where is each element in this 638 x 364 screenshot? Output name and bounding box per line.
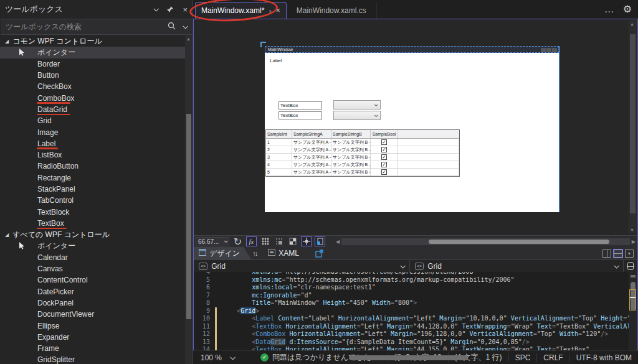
toolbox-item-ポインター[interactable]: ポインター — [0, 240, 185, 251]
effects-fx-icon[interactable]: fx — [246, 236, 257, 246]
datagrid-header-cell[interactable]: SampleStringA — [292, 130, 331, 138]
editor-hscrollbar-thumb[interactable] — [349, 355, 467, 360]
collapse-pane-icon[interactable]: ▼ — [625, 250, 634, 258]
checkbox-icon[interactable]: ✓ — [381, 154, 387, 160]
datagrid-header-cell[interactable]: SampleBool — [371, 130, 398, 138]
toolbox-scrollbar[interactable]: ▲ — [185, 35, 193, 364]
scroll-right-icon[interactable]: ▶ — [632, 239, 636, 245]
toolbox-item-ellipse[interactable]: Ellipse — [0, 320, 185, 331]
scroll-down-icon[interactable]: ▼ — [630, 228, 634, 232]
datagrid-row[interactable]: 2サンプル文字列 A - 2サンプル文字列 B - 2✓ — [266, 146, 459, 154]
datagrid-header-cell[interactable]: SampleInt — [266, 130, 292, 138]
horizontal-split-icon[interactable] — [614, 250, 622, 258]
editor-zoom-select[interactable]: 100 % — [193, 353, 242, 362]
code-line-11[interactable]: 11 <TextBox HorizontalAlignment="Left" M… — [194, 323, 629, 331]
toolbox-item-label[interactable]: Label — [0, 138, 185, 149]
designed-window-titlebar[interactable]: MainWindow — [265, 46, 559, 53]
gear-icon[interactable]: ⚙ — [623, 3, 632, 15]
status-line-ending[interactable]: CRLF — [536, 353, 569, 362]
toolbox-scrollbar-thumb[interactable] — [186, 114, 191, 319]
toolbox-item-dockpanel[interactable]: DockPanel — [0, 297, 185, 309]
scroll-up-icon[interactable]: ▲ — [630, 22, 634, 26]
search-icon[interactable] — [168, 22, 176, 32]
toolbox-item-expander[interactable]: Expander — [0, 332, 185, 343]
disable-project-code-icon[interactable] — [315, 236, 325, 246]
show-grid-icon[interactable] — [260, 236, 270, 246]
design-surface[interactable]: MainWindow Label TextBox TextBox SampleI… — [194, 19, 637, 235]
toolbox-group-header[interactable]: ◢コモン WPF コントロール — [0, 35, 185, 47]
code-line-14[interactable]: 14 <TextBox HorizontalAlignment="Left" M… — [194, 346, 629, 350]
checkbox-icon[interactable]: ✓ — [381, 169, 387, 175]
expander-icon[interactable]: ◢ — [5, 232, 9, 238]
snap-gridlines-icon[interactable] — [287, 236, 298, 246]
datagrid-header-cell[interactable]: SampleStringB — [331, 130, 371, 138]
design-vertical-scrollbar[interactable]: ▲ ▼ — [629, 21, 637, 233]
overflow-menu-icon[interactable]: … — [604, 4, 614, 15]
design-combobox-1[interactable] — [333, 100, 381, 110]
popout-pane-icon[interactable] — [315, 250, 323, 258]
chevron-down-icon[interactable] — [183, 25, 187, 29]
toolbox-group-header[interactable]: ◢すべての WPF コントロール — [0, 229, 185, 240]
design-horizontal-scrollbar[interactable] — [341, 238, 630, 245]
refresh-icon[interactable]: ↻ — [232, 236, 243, 246]
snap-grid-icon[interactable] — [274, 236, 284, 246]
expander-icon[interactable]: ◢ — [5, 39, 9, 44]
toolbox-item-combobox[interactable]: ComboBox — [0, 92, 185, 103]
scroll-left-icon[interactable]: ◀ — [336, 239, 340, 245]
checkbox-icon[interactable]: ✓ — [381, 162, 387, 167]
design-textbox-2[interactable]: TextBox — [279, 111, 322, 119]
checkbox-icon[interactable]: ✓ — [381, 139, 387, 145]
xaml-editor[interactable]: 4 xmlns:d="http://schemas.microsoft.com/… — [194, 272, 637, 350]
checkbox-icon[interactable]: ✓ — [381, 147, 387, 152]
design-label[interactable]: Label — [270, 58, 282, 63]
breadcrumb-left-combo[interactable]: <> Grid — [194, 260, 410, 272]
toolbox-item-textbox[interactable]: TextBox — [0, 218, 185, 229]
design-scrollbar-thumb[interactable] — [630, 34, 636, 213]
scroll-up-icon[interactable]: ▲ — [186, 37, 191, 41]
design-datagrid[interactable]: SampleIntSampleStringASampleStringBSampl… — [265, 129, 460, 177]
code-line-12[interactable]: 12 <ComboBox HorizontalAlignment="Left" … — [194, 330, 629, 338]
designer-zoom-select[interactable]: 66.67... — [196, 237, 229, 246]
close-icon[interactable]: × — [183, 5, 188, 14]
toolbox-item-border[interactable]: Border — [0, 58, 185, 70]
code-line-9[interactable]: 9 <Grid> — [194, 307, 629, 315]
toolbox-item-tabcontrol[interactable]: TabControl — [0, 195, 185, 206]
toolbox-item-image[interactable]: Image — [0, 126, 185, 138]
toolbox-item-canvas[interactable]: Canvas — [0, 263, 185, 274]
toolbox-item-frame[interactable]: Frame — [0, 343, 185, 354]
tab-design-view[interactable]: デザイン — [194, 247, 251, 259]
breadcrumb-right-combo[interactable]: <> Grid — [410, 260, 624, 272]
code-line-5[interactable]: 5 xmlns:mc="http://schemas.openxmlformat… — [194, 276, 629, 284]
toolbox-item-gridsplitter[interactable]: GridSplitter — [0, 354, 185, 364]
toolbox-item-stackpanel[interactable]: StackPanel — [0, 184, 185, 195]
chevron-right-icon[interactable]: › — [269, 6, 271, 16]
tab-mainwindow-xaml[interactable]: MainWindow.xaml* › × — [195, 2, 287, 19]
datagrid-row[interactable]: 5サンプル文字列 A - 5サンプル文字列 B - 5✓ — [266, 169, 459, 176]
code-line-7[interactable]: 7 mc:Ignorable="d" — [194, 292, 629, 300]
toolbox-item-textblock[interactable]: TextBlock — [0, 206, 185, 217]
design-combobox-2[interactable] — [333, 111, 381, 120]
swap-panes-icon[interactable]: ↑↓ — [252, 250, 257, 257]
toolbox-item-button[interactable]: Button — [0, 70, 185, 81]
status-spaces[interactable]: SPC — [508, 353, 537, 362]
code-line-10[interactable]: 10 <Label Content="Label" HorizontalAlig… — [194, 315, 629, 323]
tab-xaml-view[interactable]: XAML — [263, 247, 310, 259]
editor-vertical-scrollbar[interactable] — [629, 272, 637, 350]
toolbox-item-documentviewer[interactable]: DocumentViewer — [0, 309, 185, 320]
status-encoding[interactable]: UTF-8 with BOM — [569, 353, 638, 362]
datagrid-row[interactable]: 1サンプル文字列 A - 1サンプル文字列 B - 1✓ — [266, 139, 459, 146]
toolbox-item-grid[interactable]: Grid — [0, 115, 185, 126]
toolbox-item-datagrid[interactable]: DataGrid — [0, 104, 185, 115]
toolbox-item-datepicker[interactable]: DatePicker — [0, 286, 185, 297]
datagrid-row[interactable]: 4サンプル文字列 A - 4サンプル文字列 B - 4✓ — [266, 161, 459, 169]
toolbox-item-rectangle[interactable]: Rectangle — [0, 172, 185, 184]
designed-window[interactable]: MainWindow Label TextBox TextBox SampleI… — [265, 46, 559, 212]
design-hscrollbar-thumb[interactable] — [429, 240, 609, 244]
toolbox-item-calendar[interactable]: Calendar — [0, 252, 185, 263]
toolbox-item-ポインター[interactable]: ポインター — [0, 47, 185, 58]
code-line-8[interactable]: 8 Title="MainWindow" Height="450" Width=… — [194, 299, 629, 307]
toolbox-item-contentcontrol[interactable]: ContentControl — [0, 274, 185, 286]
close-icon[interactable]: × — [276, 6, 280, 15]
vertical-split-icon[interactable] — [602, 250, 611, 258]
pin-icon[interactable] — [166, 6, 174, 13]
